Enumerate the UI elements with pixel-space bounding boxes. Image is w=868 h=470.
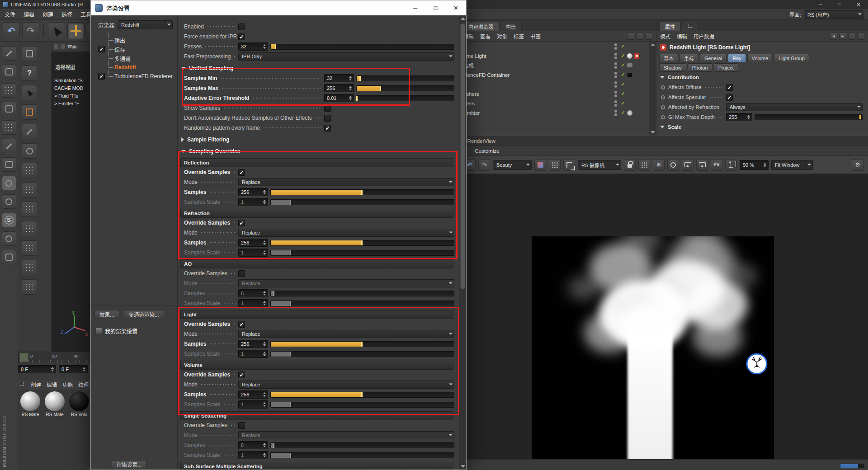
samples-scale-field[interactable]: 1	[238, 299, 268, 307]
spinner-icon[interactable]	[262, 300, 267, 307]
obj-menu-objects[interactable]: 对象	[497, 33, 507, 40]
sim-line[interactable]: CACHE MOD	[54, 85, 90, 91]
enable-check-icon[interactable]: ✓	[619, 43, 627, 49]
mode-dropdown[interactable]: Replace	[238, 279, 454, 287]
swatch-icon[interactable]	[534, 159, 546, 171]
viewport-icon[interactable]	[61, 44, 65, 49]
scroll-down-icon[interactable]	[461, 465, 465, 468]
tree-item-multipass[interactable]: 多通道	[114, 54, 177, 63]
spinner-icon[interactable]	[746, 113, 751, 121]
samples-field[interactable]: 256	[238, 390, 268, 399]
dont-reduce-samples-checkbox[interactable]	[324, 115, 331, 122]
show-samples-checkbox[interactable]	[324, 105, 331, 112]
sample-filtering-header[interactable]: Sample Filtering	[178, 135, 460, 145]
obj-menu-bookmarks[interactable]: 书签	[530, 33, 541, 40]
material-thumbnail[interactable]: RS Mate	[19, 391, 42, 423]
grid-tool-icon-1[interactable]	[22, 163, 37, 178]
mat-menu-create[interactable]: 创建	[31, 381, 41, 388]
viewport[interactable]: 查看 透视视图 Simulation "S CACHE MOD > Fluid …	[52, 42, 90, 352]
points-mode-icon[interactable]	[2, 120, 16, 135]
object-row[interactable]: itters✓	[460, 99, 649, 108]
forward-icon[interactable]: ▸	[839, 33, 846, 40]
object-row[interactable]: ulenceFD Container✓	[460, 70, 649, 80]
randomize-pattern-checkbox[interactable]: ✓	[324, 125, 331, 132]
pass-dropdown[interactable]: Beauty	[493, 160, 532, 170]
samples-scale-field[interactable]: 1	[238, 451, 268, 459]
scroll-up-icon[interactable]	[461, 17, 465, 20]
attr-menu-mode[interactable]: 模式	[660, 33, 670, 40]
search-icon[interactable]	[627, 33, 634, 40]
sss-header[interactable]: Sub-Surface Multiple Scattering	[180, 462, 453, 470]
unified-sampling-header[interactable]: Unified Sampling	[178, 63, 460, 73]
rect-selection-icon[interactable]	[22, 104, 37, 120]
samples-field[interactable]: 256	[238, 188, 268, 196]
enable-check-icon[interactable]: ✓	[619, 72, 627, 78]
spinner-icon[interactable]	[262, 350, 267, 357]
light-header[interactable]: Light	[180, 310, 453, 319]
camera-tag-icon[interactable]	[627, 63, 632, 67]
volume-header[interactable]: Volume	[180, 361, 453, 370]
viewport-menu-view[interactable]: 查看	[67, 43, 77, 50]
object-row[interactable]: Emitter✓	[460, 108, 649, 118]
magnet-icon[interactable]	[2, 231, 16, 246]
material-thumbnail[interactable]: RS Mate	[43, 391, 66, 423]
affects-specular-checkbox[interactable]: ✓	[726, 94, 733, 101]
tree-item-save[interactable]: ✓保存	[114, 45, 177, 54]
camera-dropdown[interactable]: RS 摄像机	[578, 160, 621, 170]
reflection-header[interactable]: Reflection	[180, 158, 453, 167]
tab-structure[interactable]: 构造	[500, 22, 522, 31]
gear-icon[interactable]: ⚙	[852, 159, 863, 171]
keyframe-dot-icon[interactable]	[661, 115, 665, 119]
scale-header[interactable]: Scale	[656, 122, 868, 132]
material-thumbnail[interactable]: RS Volu	[68, 391, 90, 423]
live-selection-icon[interactable]	[22, 85, 37, 100]
spinner-icon[interactable]	[348, 85, 353, 92]
filter-icon[interactable]	[645, 33, 652, 40]
visibility-dots-icon[interactable]	[613, 100, 619, 107]
spinner-icon[interactable]	[262, 239, 267, 246]
minimize-icon[interactable]: ─	[811, 2, 830, 8]
ao-header[interactable]: AO	[180, 259, 453, 268]
object-row[interactable]: e✓	[460, 80, 649, 89]
visibility-dots-icon[interactable]	[613, 81, 619, 88]
samples-slider[interactable]	[270, 442, 454, 448]
tab-photon[interactable]: Photon	[688, 63, 712, 72]
single-scattering-header[interactable]: Single Scattering	[180, 411, 453, 420]
menu-create[interactable]: 创建	[42, 10, 53, 18]
obj-menu-view[interactable]: 查看	[480, 33, 491, 40]
samples-scale-field[interactable]: 1	[238, 249, 268, 257]
lock-icon[interactable]	[857, 33, 864, 40]
tab-project[interactable]: Project	[714, 63, 738, 72]
grid-tool-icon-5[interactable]	[22, 240, 37, 256]
samples-field[interactable]: 256	[238, 239, 268, 247]
tab-general[interactable]: General	[700, 54, 726, 62]
spinner-icon[interactable]	[262, 442, 267, 449]
arc-tool-icon[interactable]	[22, 143, 37, 159]
menu-select[interactable]: 选择	[61, 10, 72, 18]
samples-max-slider[interactable]	[356, 85, 454, 91]
tiles-icon[interactable]	[638, 159, 650, 171]
home-icon[interactable]	[636, 33, 643, 40]
samples-field[interactable]: 256	[238, 340, 268, 348]
texture-mode-icon[interactable]	[2, 83, 16, 98]
grid-tool-icon-7[interactable]	[22, 279, 37, 295]
enable-check-icon[interactable]: ✓	[619, 81, 627, 87]
spinner-icon[interactable]	[262, 340, 267, 348]
tab-attributes[interactable]: 属性	[659, 22, 681, 31]
close-icon[interactable]: ✕	[849, 2, 868, 8]
spinner-icon[interactable]	[262, 198, 267, 206]
spinner-icon[interactable]	[262, 290, 267, 297]
redshift-tag-icon[interactable]	[634, 53, 639, 59]
override-samples-checkbox[interactable]: ✓	[238, 371, 245, 378]
samples-scale-slider[interactable]	[270, 452, 454, 458]
samples-scale-field[interactable]: 1	[238, 400, 268, 409]
dialog-titlebar[interactable]: 渲染设置 ─ □ ✕	[91, 0, 466, 15]
maximize-icon[interactable]: □	[830, 2, 849, 8]
menu-edit[interactable]: 编辑	[24, 10, 34, 18]
tab-layers[interactable]	[682, 22, 699, 31]
select-tool-icon[interactable]	[48, 22, 65, 39]
spinner-icon[interactable]	[262, 43, 267, 50]
sim-line[interactable]: > Fluid "Flu	[54, 93, 90, 99]
mat-menu-texture[interactable]: 纹理	[78, 381, 89, 388]
tab-ray[interactable]: Ray	[728, 54, 746, 62]
